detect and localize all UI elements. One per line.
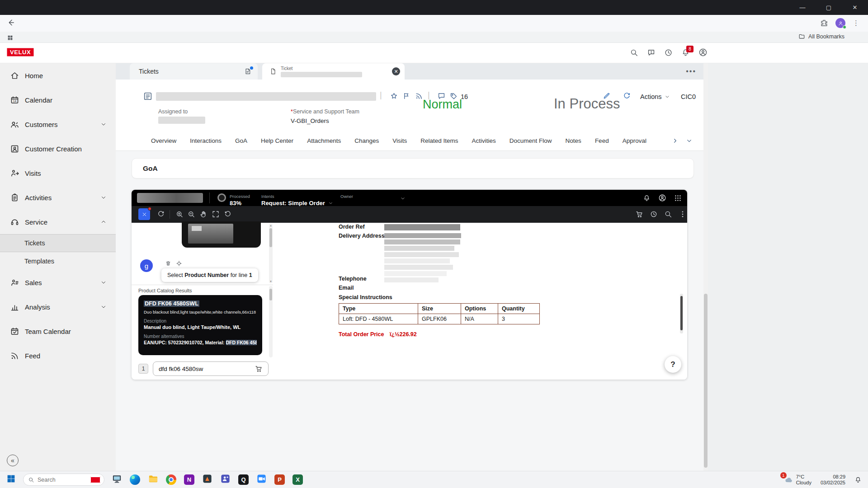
sidebar-item-sales[interactable]: Sales — [0, 270, 116, 295]
weather-widget[interactable]: 1 7°CCloudy — [784, 474, 811, 486]
actions-button[interactable]: Actions — [640, 93, 670, 100]
tab-tickets[interactable]: Tickets — [130, 63, 258, 80]
sidebar-item-customer-creation[interactable]: Customer Creation — [0, 136, 116, 161]
tab-approval[interactable]: Approval — [623, 137, 646, 144]
start-button[interactable] — [6, 474, 16, 485]
refresh-icon[interactable] — [623, 92, 631, 100]
extensions-icon[interactable] — [820, 19, 828, 27]
rotate-icon[interactable] — [224, 210, 232, 218]
nav-expand-icon[interactable] — [686, 137, 693, 144]
powerpoint-app-icon[interactable]: P — [274, 474, 285, 485]
sidebar-item-tickets[interactable]: Tickets — [0, 234, 116, 252]
cart-icon[interactable] — [635, 210, 643, 218]
add-to-cart-icon[interactable] — [255, 365, 263, 373]
apps-grid-icon[interactable] — [7, 34, 13, 42]
order-history-icon[interactable] — [650, 210, 658, 218]
sidebar-item-home[interactable]: Home — [0, 63, 116, 88]
scrollbar-thumb[interactable] — [269, 289, 272, 300]
velux-logo[interactable]: VELUX — [6, 47, 34, 57]
file-explorer-icon[interactable] — [148, 474, 158, 486]
feedback-icon[interactable] — [647, 48, 656, 57]
browser-profile-avatar[interactable] — [835, 18, 845, 28]
panel-search-icon[interactable] — [664, 210, 672, 218]
tab-activities[interactable]: Activities — [472, 137, 496, 144]
help-button[interactable]: ? — [665, 356, 681, 373]
owner-chevron-down-icon[interactable] — [400, 196, 406, 201]
taskbar-clock[interactable]: 08:29 03/02/2025 — [821, 474, 845, 486]
system-monitor-app-icon[interactable] — [112, 474, 122, 486]
sidebar-item-team-calendar[interactable]: Team Calendar — [0, 319, 116, 343]
tab-document-flow[interactable]: Document Flow — [509, 137, 552, 144]
notification-center-icon[interactable] — [854, 476, 862, 483]
scrollbar[interactable]: ▲ ▼ — [269, 224, 273, 283]
scrollbar-thumb[interactable] — [269, 228, 272, 247]
window-minimize-button[interactable]: — — [789, 0, 816, 15]
tab-changes[interactable]: Changes — [354, 137, 379, 144]
tab-attachments[interactable]: Attachments — [307, 137, 341, 144]
tab-feed[interactable]: Feed — [595, 137, 609, 144]
panel-user-icon[interactable] — [658, 194, 666, 202]
tab-overflow-menu-icon[interactable]: ••• — [686, 67, 696, 75]
window-close-button[interactable]: ✕ — [842, 0, 868, 15]
tab-ticket-open[interactable]: Ticket ✕ — [262, 63, 405, 80]
tab-related-items[interactable]: Related Items — [420, 137, 458, 144]
delete-trash-icon[interactable] — [165, 260, 171, 267]
edge-browser-icon[interactable] — [130, 474, 140, 485]
page-scrollbar[interactable] — [703, 63, 708, 471]
tab-goa[interactable]: GoA — [235, 137, 247, 144]
tab-interactions[interactable]: Interactions — [190, 137, 222, 144]
scrollbar-thumb[interactable] — [704, 294, 708, 468]
apps-grid-icon[interactable] — [674, 194, 682, 202]
goa-section-card[interactable]: GoA — [132, 158, 694, 178]
scrollbar-thumb[interactable] — [680, 296, 683, 330]
tab-notes[interactable]: Notes — [566, 137, 581, 144]
close-session-button[interactable] — [138, 208, 150, 220]
browser-back-icon[interactable] — [6, 18, 15, 27]
all-bookmarks-button[interactable]: All Bookmarks — [798, 33, 844, 40]
sidebar-item-customers[interactable]: Customers — [0, 112, 116, 136]
browser-menu-icon[interactable]: ⋮ — [853, 19, 860, 27]
q-app-icon[interactable]: Q — [238, 474, 249, 485]
window-maximize-button[interactable]: ▢ — [816, 0, 842, 15]
sync-icon[interactable] — [157, 210, 165, 218]
ticket-list-icon[interactable] — [143, 91, 153, 101]
owner-group[interactable]: Owner — [340, 192, 353, 200]
pan-hand-icon[interactable] — [199, 210, 208, 218]
nav-scroll-right-icon[interactable] — [672, 137, 679, 144]
sidebar-item-feed[interactable]: Feed — [0, 343, 116, 368]
notifications-bell-icon[interactable]: 8 — [681, 48, 690, 57]
teams-app-icon[interactable] — [220, 474, 231, 486]
taskbar-search-input[interactable] — [38, 477, 83, 483]
sidebar-item-analysis[interactable]: Analysis — [0, 295, 116, 319]
zoom-out-icon[interactable] — [187, 210, 195, 218]
sidebar-item-activities[interactable]: Activities — [0, 185, 116, 210]
flag-icon[interactable] — [402, 92, 411, 100]
excel-app-icon[interactable]: X — [292, 474, 303, 485]
sidebar-item-service[interactable]: Service — [0, 210, 116, 234]
product-catalog-card[interactable]: DFD FK06 4580SWL Duo blackout blind,ligh… — [138, 295, 262, 355]
video-call-app-icon[interactable] — [256, 474, 267, 486]
taskbar-search[interactable] — [23, 474, 104, 486]
user-profile-icon[interactable] — [698, 48, 708, 57]
agent-id-label[interactable]: CIC0 — [681, 93, 696, 100]
more-options-icon[interactable] — [679, 210, 687, 220]
tab-visits[interactable]: Visits — [392, 137, 407, 144]
tab-help-center[interactable]: Help Center — [261, 137, 293, 144]
panel-bell-icon[interactable] — [643, 194, 651, 202]
close-tab-icon[interactable]: ✕ — [392, 67, 400, 75]
intents-group[interactable]: Intents Request: Simple Order — [261, 192, 333, 206]
design-tool-app-icon[interactable] — [202, 474, 212, 486]
follow-rss-icon[interactable] — [415, 92, 423, 100]
scrollbar[interactable] — [680, 294, 683, 333]
sidebar-collapse-button[interactable]: « — [7, 455, 19, 466]
scrollbar[interactable] — [269, 286, 273, 357]
onenote-app-icon[interactable]: N — [184, 474, 194, 485]
zoom-in-icon[interactable] — [175, 210, 184, 218]
history-clock-icon[interactable] — [664, 48, 673, 57]
chrome-browser-icon[interactable] — [166, 474, 176, 485]
sidebar-item-calendar[interactable]: 14 Calendar — [0, 88, 116, 112]
locate-crosshair-icon[interactable] — [176, 260, 182, 267]
tab-overview[interactable]: Overview — [151, 137, 176, 144]
sidebar-item-templates[interactable]: Templates — [0, 252, 116, 270]
product-search-input[interactable] — [153, 361, 269, 376]
